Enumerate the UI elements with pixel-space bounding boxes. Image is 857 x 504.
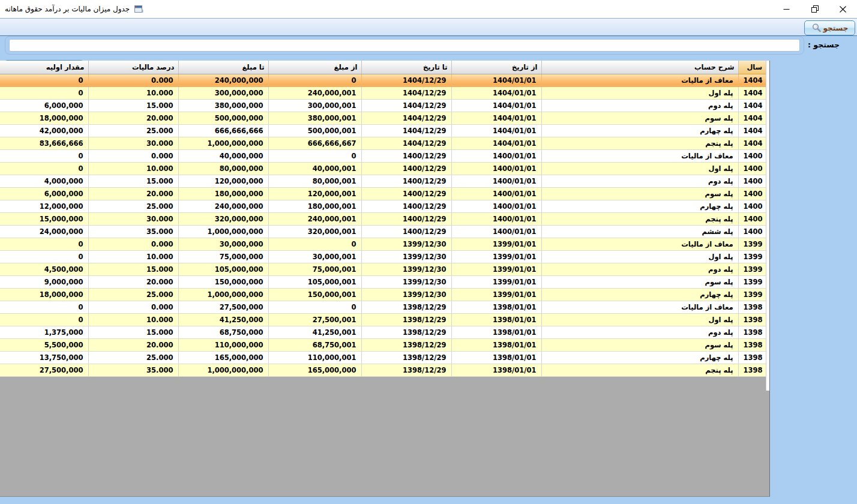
table-row[interactable]: 1398پله چهارم1398/01/011398/12/29110,000… [0, 351, 766, 364]
cell[interactable]: 1404 [738, 124, 766, 137]
cell[interactable]: 300,000,001 [268, 99, 361, 112]
cell[interactable]: 300,000,000 [178, 86, 268, 99]
cell[interactable]: 1404 [738, 137, 766, 149]
cell[interactable]: 380,000,001 [268, 112, 361, 124]
cell[interactable]: 1,000,000,000 [178, 364, 268, 376]
cell[interactable]: 105,000,001 [268, 275, 361, 288]
cell[interactable]: 1398 [738, 351, 766, 364]
cell[interactable]: پله سوم [541, 187, 738, 200]
cell[interactable]: 0 [0, 74, 88, 86]
cell[interactable]: 240,000,000 [178, 200, 268, 212]
cell[interactable]: 500,000,001 [268, 124, 361, 137]
cell[interactable]: 1404 [738, 86, 766, 99]
cell[interactable]: 1399/01/01 [451, 263, 541, 275]
cell[interactable]: 666,666,667 [268, 137, 361, 149]
cell[interactable]: 68,750,001 [268, 338, 361, 351]
cell[interactable]: 0 [0, 301, 88, 313]
cell[interactable]: پله چهارم [541, 351, 738, 364]
cell[interactable]: پله سوم [541, 275, 738, 288]
cell[interactable]: 1399/01/01 [451, 238, 541, 250]
cell[interactable]: 1398/12/29 [361, 326, 451, 338]
cell[interactable]: 1400/12/29 [361, 175, 451, 187]
cell[interactable]: 41,250,000 [178, 313, 268, 326]
cell[interactable]: 1398 [738, 338, 766, 351]
table-row[interactable]: 1399پله چهارم1399/01/011399/12/30150,000… [0, 288, 766, 301]
cell[interactable]: 1399 [738, 263, 766, 275]
cell[interactable]: 380,000,000 [178, 99, 268, 112]
table-row[interactable]: 1404پله پنجم1404/01/011404/12/29666,666,… [0, 137, 766, 149]
cell[interactable]: 105,000,000 [178, 263, 268, 275]
cell[interactable]: 1399/01/01 [451, 250, 541, 263]
cell[interactable]: 1400/12/29 [361, 200, 451, 212]
cell[interactable]: 1398/12/29 [361, 313, 451, 326]
table-row[interactable]: 1404معاف از مالیات1404/01/011404/12/2902… [0, 74, 766, 86]
table-row[interactable]: 1398پله دوم1398/01/011398/12/2941,250,00… [0, 326, 766, 338]
cell[interactable]: 1399 [738, 288, 766, 301]
cell[interactable]: 42,000,000 [0, 124, 88, 137]
cell[interactable]: 18,000,000 [0, 288, 88, 301]
cell[interactable]: معاف از مالیات [541, 238, 738, 250]
cell[interactable]: 1398 [738, 326, 766, 338]
cell[interactable]: 1398/01/01 [451, 364, 541, 376]
cell[interactable]: 10.000 [88, 162, 178, 175]
table-row[interactable]: 1398پله اول1398/01/011398/12/2927,500,00… [0, 313, 766, 326]
cell[interactable]: 150,000,001 [268, 288, 361, 301]
cell[interactable]: 1400 [738, 162, 766, 175]
cell[interactable]: 15.000 [88, 326, 178, 338]
table-row[interactable]: 1400پله دوم1400/01/011400/12/2980,000,00… [0, 175, 766, 187]
cell[interactable]: 1404/01/01 [451, 86, 541, 99]
table-row[interactable]: 1404پله سوم1404/01/011404/12/29380,000,0… [0, 112, 766, 124]
cell[interactable]: 0.000 [88, 149, 178, 162]
cell[interactable]: 180,000,000 [178, 187, 268, 200]
cell[interactable]: 75,000,001 [268, 263, 361, 275]
cell[interactable]: 1399/01/01 [451, 275, 541, 288]
cell[interactable]: پله دوم [541, 175, 738, 187]
cell[interactable]: 1404/12/29 [361, 137, 451, 149]
cell[interactable]: پله چهارم [541, 124, 738, 137]
column-header-5[interactable]: تا مبلغ [178, 61, 268, 74]
cell[interactable]: 165,000,000 [268, 364, 361, 376]
table-row[interactable]: 1400پله پنجم1400/01/011400/12/29240,000,… [0, 212, 766, 225]
cell[interactable]: 1398/12/29 [361, 364, 451, 376]
cell[interactable]: 0 [0, 238, 88, 250]
cell[interactable]: 4,000,000 [0, 175, 88, 187]
cell[interactable]: 240,000,001 [268, 86, 361, 99]
cell[interactable]: 27,500,000 [0, 364, 88, 376]
cell[interactable]: 150,000,000 [178, 275, 268, 288]
table-row[interactable]: 1400پله چهارم1400/01/011400/12/29180,000… [0, 200, 766, 212]
cell[interactable]: 1398/01/01 [451, 351, 541, 364]
cell[interactable]: 1400/12/29 [361, 212, 451, 225]
cell[interactable]: 1400 [738, 175, 766, 187]
table-row[interactable]: 1400پله ششم1400/01/011400/12/29320,000,0… [0, 225, 766, 238]
cell[interactable]: 1400/12/29 [361, 149, 451, 162]
cell[interactable]: 30,000,000 [178, 238, 268, 250]
cell[interactable]: 1,000,000,000 [178, 137, 268, 149]
cell[interactable]: 1399/12/30 [361, 250, 451, 263]
cell[interactable]: 0.000 [88, 301, 178, 313]
table-row[interactable]: 1404پله اول1404/01/011404/12/29240,000,0… [0, 86, 766, 99]
cell[interactable]: معاف از مالیات [541, 74, 738, 86]
table-row[interactable]: 1398پله سوم1398/01/011398/12/2968,750,00… [0, 338, 766, 351]
cell[interactable]: 80,000,000 [178, 162, 268, 175]
cell[interactable]: 1400/01/01 [451, 175, 541, 187]
column-header-7[interactable]: مقدار اولیه [0, 61, 88, 74]
table-row[interactable]: 1398پله پنجم1398/01/011398/12/29165,000,… [0, 364, 766, 376]
cell[interactable]: پله اول [541, 86, 738, 99]
cell[interactable]: 80,000,001 [268, 175, 361, 187]
cell[interactable]: پله پنجم [541, 137, 738, 149]
cell[interactable]: 20.000 [88, 338, 178, 351]
cell[interactable]: 1404/12/29 [361, 112, 451, 124]
cell[interactable]: 1404 [738, 99, 766, 112]
table-row[interactable]: 1400پله سوم1400/01/011400/12/29120,000,0… [0, 187, 766, 200]
cell[interactable]: 41,250,001 [268, 326, 361, 338]
cell[interactable]: 180,000,001 [268, 200, 361, 212]
cell[interactable]: 30.000 [88, 137, 178, 149]
search-button[interactable]: جستجو [804, 20, 855, 35]
cell[interactable]: 1399/12/30 [361, 288, 451, 301]
cell[interactable]: 5,500,000 [0, 338, 88, 351]
cell[interactable]: 25.000 [88, 288, 178, 301]
cell[interactable]: 1404/01/01 [451, 99, 541, 112]
cell[interactable]: 0.000 [88, 74, 178, 86]
cell[interactable]: پله اول [541, 162, 738, 175]
cell[interactable]: 9,000,000 [0, 275, 88, 288]
